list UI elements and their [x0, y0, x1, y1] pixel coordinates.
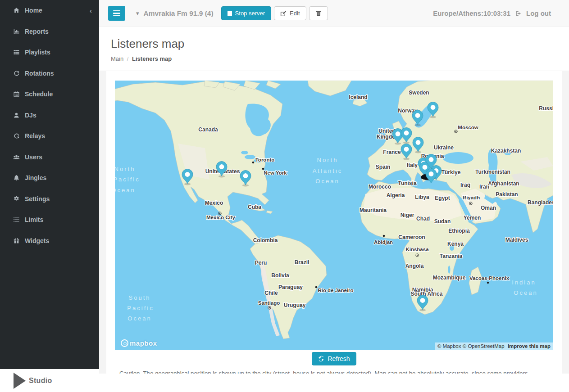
country-label: Angola [405, 263, 424, 269]
sidebar-item-home[interactable]: Home‹ [0, 0, 99, 21]
pin-center [420, 298, 425, 303]
studio-label: Studio [29, 377, 52, 385]
gift-icon [13, 238, 20, 244]
city-label: Mexico City [206, 215, 236, 220]
pin-center [404, 147, 409, 152]
timezone-clock: Europe/Athens:10:03:31 [433, 9, 510, 17]
city-dot [315, 286, 318, 288]
sidebar-item-schedule[interactable]: Schedule [0, 84, 99, 105]
country-label: Tanzania [440, 253, 463, 259]
station-dropdown-caret-icon[interactable]: ▾ [136, 10, 139, 17]
city-label: Moscow [458, 125, 478, 130]
collapse-chevron-icon[interactable]: ‹ [90, 7, 92, 14]
mapbox-attribution-link[interactable]: © Mapbox [437, 343, 461, 349]
country-label: Cuba [248, 204, 261, 210]
country-label: Spain [376, 164, 391, 170]
country-label: Tunisia [398, 180, 416, 186]
sidebar-item-label: Relays [25, 132, 45, 140]
stop-server-button[interactable]: Stop server [221, 6, 271, 20]
page-header: Listeners map Main / Listeners map [99, 27, 569, 71]
country-label: Colombia [253, 237, 278, 243]
sidebar-item-limits[interactable]: Limits [0, 209, 99, 230]
improve-map-link[interactable]: Improve this map [508, 343, 551, 349]
capital-dot-center [455, 131, 456, 132]
play-triangle-icon [14, 373, 26, 389]
sidebar-item-widgets[interactable]: Widgets [0, 230, 99, 252]
city-label: Vacoas-Phoenix [469, 275, 510, 281]
country-label: Russia [539, 105, 553, 112]
city-dot [252, 162, 255, 164]
sidebar-item-label: Home [25, 7, 42, 14]
city-label: Santiago [258, 300, 280, 306]
edit-button[interactable]: Edit [274, 6, 306, 20]
country-label: France [383, 149, 401, 155]
edit-pencil-icon [280, 10, 287, 17]
refresh-icon [13, 70, 20, 77]
topbar: ▾ Amvrakia Fm 91.9 (4) Stop server Edit … [99, 0, 569, 27]
sidebar-item-playlists[interactable]: Playlists [0, 42, 99, 63]
content-area: NorthAtlanticOceanSouthPacificOceanIndia… [99, 71, 569, 374]
sidebar: Home‹ReportsPlaylistsRotationsScheduleDJ… [0, 0, 99, 392]
world-map[interactable]: NorthAtlanticOceanSouthPacificOceanIndia… [115, 81, 553, 350]
city-label: Rio de Janeiro [318, 288, 353, 293]
country-label: Paraguay [278, 284, 303, 290]
ocean-label: Ocean [315, 178, 339, 185]
caution-text: Caution. The geographical position is sh… [115, 369, 553, 374]
city-label: New York [264, 170, 287, 176]
country-label: Ukraine [434, 144, 454, 151]
ocean-label: Pacific [127, 305, 154, 311]
ocean-label: Ocean [514, 289, 537, 296]
sidebar-item-djs[interactable]: DJs [0, 105, 99, 126]
delete-button[interactable] [309, 6, 328, 20]
breadcrumb-main[interactable]: Main [111, 55, 123, 62]
country-label: Sudan [434, 218, 451, 225]
ocean-label: Indian [512, 279, 536, 286]
breadcrumb-separator: / [127, 55, 129, 62]
logout-link[interactable]: Log out [526, 9, 551, 17]
country-label: Algeria [387, 192, 405, 198]
studio-brand: Studio [0, 369, 99, 392]
country-label: Iraq [460, 182, 470, 188]
country-label: Ethiopia [448, 228, 470, 234]
mapbox-logo[interactable]: mapbox [121, 339, 157, 347]
sidebar-item-label: Widgets [25, 237, 49, 244]
app-window: Home‹ReportsPlaylistsRotationsScheduleDJ… [0, 0, 569, 392]
country-label: South Africa [411, 291, 443, 297]
pin-center [429, 171, 434, 176]
rotate-icon [13, 133, 20, 139]
tasks-icon [13, 216, 20, 223]
listeners-map[interactable]: NorthAtlanticOceanSouthPacificOceanIndia… [115, 81, 553, 350]
country-label: Türkiye [442, 169, 461, 176]
city-label: Kinshasa [405, 247, 429, 252]
menu-toggle-button[interactable] [108, 6, 125, 21]
ocean-label: North [115, 166, 135, 172]
city-dot [487, 282, 489, 284]
map-attribution: © Mapbox © OpenStreetMap Improve this ma… [435, 342, 553, 350]
sign-out-icon[interactable] [515, 10, 522, 17]
sidebar-item-reports[interactable]: Reports [0, 21, 99, 42]
page-title: Listeners map [111, 37, 569, 51]
country-label: Mexico [205, 200, 223, 206]
osm-attribution-link[interactable]: © OpenStreetMap [463, 343, 505, 349]
mapbox-logo-icon [121, 339, 128, 347]
refresh-button[interactable]: Refresh [312, 352, 356, 365]
sidebar-item-label: DJs [25, 112, 36, 119]
refresh-row: Refresh [115, 352, 553, 365]
sidebar-item-label: Rotations [25, 70, 54, 77]
pin-center [404, 131, 409, 135]
city-dot [262, 168, 264, 170]
cogs-icon [13, 196, 20, 202]
content-box: NorthAtlanticOceanSouthPacificOceanIndia… [106, 71, 562, 374]
sidebar-item-rotations[interactable]: Rotations [0, 63, 99, 84]
sidebar-item-label: Users [25, 153, 42, 161]
sidebar-item-settings[interactable]: Settings [0, 189, 99, 210]
sidebar-item-users[interactable]: Users [0, 147, 99, 168]
country-label: Cameroon [398, 234, 425, 240]
sidebar-item-jingles[interactable]: Jingles [0, 167, 99, 189]
capital-dot-center [470, 203, 471, 204]
sidebar-item-relays[interactable]: Relays [0, 126, 99, 147]
country-label: Mozambique [433, 275, 466, 281]
sidebar-item-label: Settings [25, 195, 50, 203]
bell-icon [13, 175, 20, 181]
pin-center [429, 157, 434, 162]
